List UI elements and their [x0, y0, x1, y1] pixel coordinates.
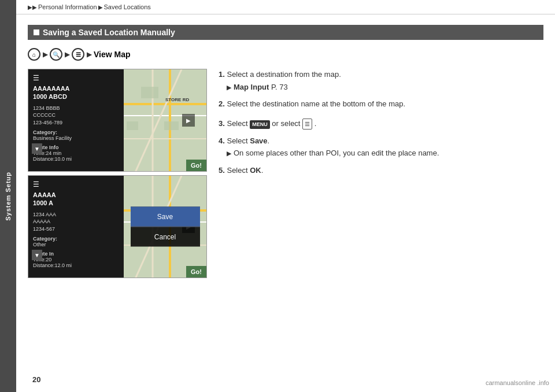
- step-1-text: Select a destination from the map.: [227, 70, 341, 79]
- breadcrumb-item-2: Saved Locations: [104, 3, 151, 10]
- main-content: ▶▶ Personal Information ▶ Saved Location…: [16, 0, 555, 392]
- down-arrow-btn-2[interactable]: ▼: [32, 250, 42, 260]
- list-button-inline: ☰: [302, 119, 312, 130]
- nav-arrow-3: ▶: [87, 51, 91, 58]
- nav-label: View Map: [94, 50, 131, 59]
- nav-arrow-2: ▶: [65, 51, 69, 58]
- sidebar-label: System Setup: [5, 172, 12, 221]
- instruction-5: 5. Select OK.: [219, 165, 543, 176]
- step-5-text: Select OK.: [227, 166, 263, 175]
- address-1: 1234 BBBBCCCCCC123-456-789: [33, 105, 119, 127]
- route-info-1: Route Info: [33, 145, 119, 150]
- step-3-mid: or select: [272, 119, 302, 128]
- go-btn-2[interactable]: Go!: [186, 266, 206, 278]
- step-1-sub-arrow: ▶: [227, 83, 231, 93]
- step-4-prefix: Select Save.: [227, 136, 269, 145]
- step-1-sub-text: Map Input P. 73: [234, 82, 288, 93]
- home-icon: ⌂: [28, 48, 40, 61]
- two-col-layout: ☰ AAAAAAAA1000 ABCD 1234 BBBBCCCCCC123-4…: [28, 69, 543, 278]
- svg-rect-9: [127, 121, 138, 130]
- step-4-sub-arrow: ▶: [227, 149, 231, 158]
- info-panel-2: ☰ AAAAA1000 A 1234 AAAAAAAA1234-567 Cate…: [28, 176, 124, 278]
- instructions-col: 1. Select a destination from the map. ▶ …: [219, 69, 543, 278]
- search-icon: 🔍: [50, 48, 62, 61]
- step-4-sub-text: On some places other than POI, you can e…: [234, 147, 439, 159]
- step-1-sub: ▶ Map Input P. 73: [219, 82, 543, 93]
- location-name-2: AAAAA1000 A: [33, 191, 119, 208]
- step-4-num: 4.: [219, 136, 225, 145]
- svg-rect-7: [141, 87, 158, 98]
- screenshot-1: ☰ AAAAAAAA1000 ABCD 1234 BBBBCCCCCC123-4…: [28, 69, 207, 172]
- menu-button-inline: MENU: [250, 120, 270, 130]
- address-2: 1234 AAAAAAAA1234-567: [33, 211, 119, 233]
- section-icon: [34, 29, 39, 35]
- screenshot-2: ☰ AAAAA1000 A 1234 AAAAAAAA1234-567 Cate…: [28, 175, 207, 278]
- step-3-prefix: Select: [227, 119, 250, 128]
- menu-icon: ☰: [72, 48, 84, 61]
- instruction-1: 1. Select a destination from the map. ▶ …: [219, 69, 543, 93]
- breadcrumb-arrow-2: ▶: [98, 4, 103, 10]
- save-button[interactable]: Save: [131, 207, 200, 227]
- route-info-2: Route In: [33, 251, 119, 257]
- map-area-1: STORE RD ▶ Go!: [124, 69, 206, 171]
- route-dist-2: Distance:12.0 mi: [33, 262, 119, 268]
- menu-icon-1: ☰: [33, 74, 119, 82]
- step-4-sub: ▶ On some places other than POI, you can…: [219, 147, 543, 159]
- step-3-suffix: .: [314, 119, 317, 128]
- route-dist-1: Distance:10.0 mi: [33, 156, 119, 162]
- breadcrumb: ▶▶ Personal Information ▶ Saved Location…: [16, 0, 555, 14]
- info-panel-1: ☰ AAAAAAAA1000 ABCD 1234 BBBBCCCCCC123-4…: [28, 69, 124, 171]
- instruction-2: 2. Select the destination name at the bo…: [219, 98, 543, 110]
- step-3-num: 3.: [219, 119, 225, 128]
- screenshots-col: ☰ AAAAAAAA1000 ABCD 1234 BBBBCCCCCC123-4…: [28, 69, 207, 278]
- sidebar: System Setup: [0, 0, 16, 392]
- watermark: carmanualsonline .info: [486, 379, 549, 386]
- save-cancel-dialog: Save Cancel: [131, 207, 200, 247]
- cancel-button[interactable]: Cancel: [131, 227, 200, 247]
- nav-arrow-1: ▶: [43, 51, 47, 58]
- content-area: Saving a Saved Location Manually ⌂ ▶ 🔍 ▶…: [16, 14, 555, 290]
- step-2-num: 2.: [219, 99, 225, 108]
- category-value-2: Other: [33, 242, 119, 247]
- play-btn-1[interactable]: ▶: [182, 114, 195, 127]
- category-label-1: Category:: [33, 130, 119, 135]
- svg-text:STORE RD: STORE RD: [165, 97, 189, 102]
- breadcrumb-arrow-1: ▶▶: [28, 4, 37, 10]
- breadcrumb-item-1: Personal Information: [38, 3, 97, 10]
- section-title: Saving a Saved Location Manually: [43, 28, 175, 37]
- instruction-3: 3. Select MENU or select ☰ .: [219, 118, 543, 130]
- step-2-text: Select the destination name at the botto…: [227, 99, 405, 108]
- category-value-1: Business Facility: [33, 135, 119, 141]
- instruction-4: 4. Select Save. ▶ On some places other t…: [219, 135, 543, 159]
- go-btn-1[interactable]: Go!: [186, 160, 206, 171]
- route-time-1: Time:24 min: [33, 150, 119, 156]
- section-header: Saving a Saved Location Manually: [28, 25, 543, 40]
- category-label-2: Category:: [33, 236, 119, 242]
- nav-row: ⌂ ▶ 🔍 ▶ ☰ ▶ View Map: [28, 48, 543, 61]
- map-area-2: ▶ Go! Save Cancel: [124, 176, 206, 278]
- svg-rect-8: [164, 121, 179, 130]
- down-arrow-btn-1[interactable]: ▼: [32, 143, 42, 154]
- page-number: 20: [32, 375, 40, 384]
- location-name-1: AAAAAAAA1000 ABCD: [33, 84, 119, 101]
- route-time-2: Time:20: [33, 257, 119, 262]
- step-5-num: 5.: [219, 166, 225, 175]
- menu-icon-2: ☰: [33, 180, 119, 188]
- step-1-num: 1.: [219, 70, 225, 79]
